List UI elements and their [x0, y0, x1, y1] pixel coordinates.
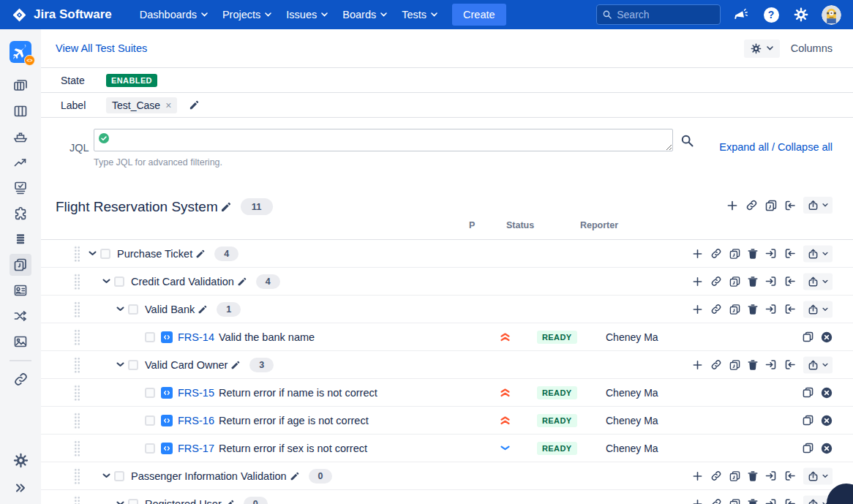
- delete-icon[interactable]: [748, 304, 758, 315]
- row-checkbox[interactable]: [114, 277, 124, 287]
- clone-icon[interactable]: [803, 331, 813, 342]
- collapse-chevron-icon[interactable]: [112, 501, 128, 504]
- link-icon[interactable]: [710, 498, 722, 504]
- drag-handle-icon[interactable]: [73, 384, 80, 401]
- drag-handle-icon[interactable]: [73, 245, 80, 262]
- row-checkbox[interactable]: [128, 360, 138, 370]
- sidebar-item-shuffle[interactable]: [10, 307, 31, 325]
- drag-handle-icon[interactable]: [73, 301, 80, 317]
- import-icon[interactable]: [784, 359, 796, 371]
- nav-boards[interactable]: Boards: [342, 9, 387, 20]
- row-checkbox[interactable]: [128, 499, 138, 504]
- sidebar-item-link[interactable]: [10, 370, 31, 388]
- nav-projects[interactable]: Projects: [222, 9, 271, 20]
- sidebar-item-reports-chart[interactable]: [10, 154, 31, 171]
- delete-icon[interactable]: [748, 248, 758, 259]
- row-checkbox[interactable]: [145, 415, 155, 426]
- drag-handle-icon[interactable]: [73, 412, 80, 429]
- clone-icon[interactable]: [729, 276, 740, 287]
- jql-search-icon[interactable]: [681, 135, 694, 147]
- move-into-icon[interactable]: [765, 498, 777, 504]
- clone-icon[interactable]: [729, 248, 740, 259]
- help-icon[interactable]: ?: [762, 5, 781, 24]
- link-icon[interactable]: [710, 248, 722, 260]
- clone-icon[interactable]: [765, 200, 777, 211]
- clone-icon[interactable]: [729, 359, 740, 370]
- remove-icon[interactable]: [821, 443, 833, 454]
- row-checkbox[interactable]: [100, 249, 110, 259]
- delete-icon[interactable]: [748, 276, 758, 287]
- clone-icon[interactable]: [729, 304, 740, 315]
- sidebar-item-profile-card[interactable]: [10, 282, 31, 299]
- edit-suite-icon[interactable]: [230, 360, 241, 370]
- sidebar-item-project-avatar[interactable]: <>: [10, 41, 31, 63]
- delete-icon[interactable]: [748, 359, 758, 370]
- add-icon[interactable]: [726, 200, 738, 211]
- jira-logo[interactable]: Jira Software: [12, 7, 112, 23]
- edit-suite-icon[interactable]: [195, 249, 206, 259]
- link-icon[interactable]: [710, 470, 722, 482]
- settings-dropdown-button[interactable]: [744, 40, 780, 58]
- clone-icon[interactable]: [803, 387, 813, 398]
- edit-label-icon[interactable]: [189, 99, 200, 110]
- sidebar-item-releases-ship[interactable]: [10, 128, 31, 146]
- settings-icon[interactable]: [792, 5, 811, 24]
- drag-handle-icon[interactable]: [73, 440, 80, 456]
- move-into-icon[interactable]: [765, 276, 777, 287]
- sidebar-item-queues-lines[interactable]: [10, 230, 31, 248]
- sidebar-expand-icon[interactable]: [10, 479, 31, 497]
- drag-handle-icon[interactable]: [73, 273, 80, 290]
- move-into-icon[interactable]: [765, 470, 777, 482]
- view-all-test-suites-link[interactable]: View All Test Suites: [56, 42, 147, 54]
- add-icon[interactable]: [692, 498, 703, 504]
- move-into-icon[interactable]: [765, 304, 777, 315]
- add-icon[interactable]: [692, 276, 703, 287]
- row-checkbox[interactable]: [145, 332, 155, 342]
- drag-handle-icon[interactable]: [73, 467, 80, 484]
- remove-icon[interactable]: [821, 387, 833, 399]
- row-checkbox[interactable]: [145, 443, 155, 454]
- drag-handle-icon[interactable]: [73, 495, 80, 504]
- columns-button[interactable]: Columns: [791, 42, 833, 54]
- import-icon[interactable]: [784, 470, 796, 482]
- sidebar-item-settings-gear[interactable]: [10, 451, 31, 469]
- export-dropdown-button[interactable]: [803, 356, 833, 373]
- edit-suite-icon[interactable]: [290, 471, 300, 481]
- row-checkbox[interactable]: [145, 388, 155, 398]
- collapse-chevron-icon[interactable]: [98, 279, 114, 284]
- import-icon[interactable]: [784, 276, 796, 287]
- collapse-chevron-icon[interactable]: [112, 306, 128, 312]
- issue-key-link[interactable]: FRS-15: [178, 387, 214, 399]
- nav-dashboards[interactable]: Dashboards: [140, 9, 208, 20]
- sidebar-item-issues-queue[interactable]: [10, 179, 31, 197]
- search-input[interactable]: [617, 9, 714, 20]
- feedback-icon[interactable]: [732, 5, 751, 24]
- delete-icon[interactable]: [748, 498, 758, 504]
- row-checkbox[interactable]: [128, 304, 138, 315]
- move-into-icon[interactable]: [765, 359, 777, 371]
- sidebar-item-board-columns[interactable]: [10, 102, 31, 120]
- collapse-chevron-icon[interactable]: [112, 362, 128, 367]
- issue-key-link[interactable]: FRS-14: [178, 331, 214, 343]
- import-icon[interactable]: [784, 304, 796, 315]
- export-dropdown-button[interactable]: [803, 245, 833, 262]
- chip-remove-icon[interactable]: ×: [165, 100, 171, 110]
- sidebar-item-addons-puzzle[interactable]: [10, 205, 31, 222]
- create-button[interactable]: Create: [452, 4, 506, 26]
- expand-all-link[interactable]: Expand all: [719, 141, 769, 153]
- sidebar-item-test-suites[interactable]: [10, 254, 31, 276]
- global-search[interactable]: [596, 4, 721, 25]
- remove-icon[interactable]: [821, 415, 833, 426]
- link-icon[interactable]: [710, 304, 722, 315]
- row-checkbox[interactable]: [114, 471, 124, 481]
- import-icon[interactable]: [784, 200, 796, 211]
- edit-suite-icon[interactable]: [198, 304, 208, 315]
- export-dropdown-button[interactable]: [803, 273, 833, 290]
- sidebar-item-media-image[interactable]: [10, 333, 31, 350]
- edit-suite-title-icon[interactable]: [220, 201, 232, 213]
- move-into-icon[interactable]: [765, 248, 777, 260]
- link-icon[interactable]: [710, 276, 722, 287]
- delete-icon[interactable]: [748, 470, 758, 481]
- drag-handle-icon[interactable]: [73, 328, 80, 345]
- remove-icon[interactable]: [821, 331, 833, 343]
